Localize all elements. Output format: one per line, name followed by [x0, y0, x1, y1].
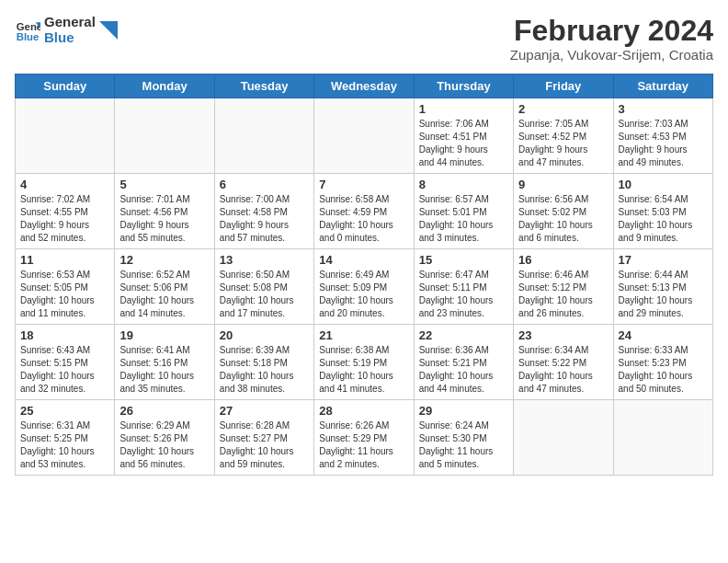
calendar-cell: 4Sunrise: 7:02 AMSunset: 4:55 PMDaylight… — [16, 174, 115, 249]
calendar-cell: 2Sunrise: 7:05 AMSunset: 4:52 PMDaylight… — [514, 98, 613, 174]
day-info: Sunrise: 6:24 AMSunset: 5:30 PMDaylight:… — [419, 419, 508, 471]
calendar-cell: 21Sunrise: 6:38 AMSunset: 5:19 PMDayligh… — [314, 325, 414, 400]
day-number: 16 — [518, 253, 608, 267]
day-info: Sunrise: 6:53 AMSunset: 5:05 PMDaylight:… — [20, 269, 109, 320]
calendar-week-row: 1Sunrise: 7:06 AMSunset: 4:51 PMDaylight… — [16, 98, 713, 174]
day-info: Sunrise: 6:34 AMSunset: 5:22 PMDaylight:… — [518, 344, 608, 396]
logo-blue: Blue — [44, 30, 96, 46]
calendar-cell: 10Sunrise: 6:54 AMSunset: 5:03 PMDayligh… — [613, 174, 712, 249]
day-number: 11 — [20, 253, 109, 267]
day-number: 6 — [220, 178, 309, 191]
day-number: 9 — [518, 178, 608, 191]
day-number: 12 — [119, 253, 209, 267]
day-number: 27 — [220, 404, 309, 418]
day-info: Sunrise: 6:29 AMSunset: 5:26 PMDaylight:… — [119, 419, 209, 471]
day-number: 17 — [619, 253, 708, 267]
calendar-week-row: 18Sunrise: 6:43 AMSunset: 5:15 PMDayligh… — [16, 325, 713, 400]
day-info: Sunrise: 7:06 AMSunset: 4:51 PMDaylight:… — [419, 118, 508, 169]
calendar-subtitle: Zupanja, Vukovar-Srijem, Croatia — [510, 47, 713, 63]
calendar-cell: 5Sunrise: 7:01 AMSunset: 4:56 PMDaylight… — [115, 174, 214, 249]
calendar-cell: 14Sunrise: 6:49 AMSunset: 5:09 PMDayligh… — [314, 249, 414, 325]
calendar-cell: 24Sunrise: 6:33 AMSunset: 5:23 PMDayligh… — [613, 325, 712, 400]
day-info: Sunrise: 6:46 AMSunset: 5:12 PMDaylight:… — [518, 269, 608, 320]
calendar-cell: 1Sunrise: 7:06 AMSunset: 4:51 PMDaylight… — [414, 98, 513, 174]
calendar-cell: 11Sunrise: 6:53 AMSunset: 5:05 PMDayligh… — [16, 249, 115, 325]
day-info: Sunrise: 6:41 AMSunset: 5:16 PMDaylight:… — [119, 344, 209, 396]
calendar-cell: 17Sunrise: 6:44 AMSunset: 5:13 PMDayligh… — [613, 249, 712, 325]
day-number: 18 — [20, 328, 109, 342]
calendar-cell — [613, 400, 712, 476]
day-number: 20 — [220, 328, 309, 342]
calendar-cell: 28Sunrise: 6:26 AMSunset: 5:29 PMDayligh… — [314, 400, 414, 476]
day-info: Sunrise: 6:58 AMSunset: 4:59 PMDaylight:… — [319, 193, 408, 245]
day-number: 15 — [419, 253, 508, 267]
day-info: Sunrise: 7:00 AMSunset: 4:58 PMDaylight:… — [220, 193, 309, 245]
day-info: Sunrise: 6:36 AMSunset: 5:21 PMDaylight:… — [419, 344, 508, 396]
calendar-table: SundayMondayTuesdayWednesdayThursdayFrid… — [15, 74, 713, 476]
calendar-cell: 20Sunrise: 6:39 AMSunset: 5:18 PMDayligh… — [214, 325, 313, 400]
calendar-cell: 12Sunrise: 6:52 AMSunset: 5:06 PMDayligh… — [115, 249, 214, 325]
calendar-cell: 23Sunrise: 6:34 AMSunset: 5:22 PMDayligh… — [514, 325, 613, 400]
day-number: 25 — [20, 404, 109, 418]
calendar-cell: 22Sunrise: 6:36 AMSunset: 5:21 PMDayligh… — [414, 325, 513, 400]
day-info: Sunrise: 6:38 AMSunset: 5:19 PMDaylight:… — [319, 344, 408, 396]
logo-arrow-icon — [99, 21, 118, 40]
weekday-header: Monday — [115, 75, 214, 98]
day-info: Sunrise: 6:50 AMSunset: 5:08 PMDaylight:… — [220, 269, 309, 320]
day-info: Sunrise: 6:39 AMSunset: 5:18 PMDaylight:… — [220, 344, 309, 396]
day-number: 23 — [518, 328, 608, 342]
calendar-cell: 15Sunrise: 6:47 AMSunset: 5:11 PMDayligh… — [414, 249, 513, 325]
day-number: 28 — [319, 404, 408, 418]
day-info: Sunrise: 7:02 AMSunset: 4:55 PMDaylight:… — [20, 193, 109, 245]
day-number: 21 — [319, 328, 408, 342]
day-info: Sunrise: 6:44 AMSunset: 5:13 PMDaylight:… — [619, 269, 708, 320]
day-number: 29 — [419, 404, 508, 418]
day-info: Sunrise: 6:49 AMSunset: 5:09 PMDaylight:… — [319, 269, 408, 320]
day-number: 8 — [419, 178, 508, 191]
day-number: 4 — [20, 178, 109, 191]
calendar-cell: 19Sunrise: 6:41 AMSunset: 5:16 PMDayligh… — [115, 325, 214, 400]
calendar-cell: 29Sunrise: 6:24 AMSunset: 5:30 PMDayligh… — [414, 400, 513, 476]
day-info: Sunrise: 6:43 AMSunset: 5:15 PMDaylight:… — [20, 344, 109, 396]
logo-general: General — [44, 15, 96, 30]
weekday-header: Friday — [514, 75, 613, 98]
day-info: Sunrise: 6:31 AMSunset: 5:25 PMDaylight:… — [20, 419, 109, 471]
day-info: Sunrise: 6:57 AMSunset: 5:01 PMDaylight:… — [419, 193, 508, 245]
calendar-title: February 2024 — [510, 15, 713, 47]
day-number: 22 — [419, 328, 508, 342]
calendar-cell — [214, 98, 313, 174]
logo-icon: General Blue — [15, 17, 40, 43]
svg-marker-3 — [99, 21, 118, 40]
svg-text:Blue: Blue — [17, 30, 40, 41]
day-info: Sunrise: 6:26 AMSunset: 5:29 PMDaylight:… — [319, 419, 408, 471]
day-info: Sunrise: 7:03 AMSunset: 4:53 PMDaylight:… — [619, 118, 708, 169]
calendar-cell: 13Sunrise: 6:50 AMSunset: 5:08 PMDayligh… — [214, 249, 313, 325]
day-number: 3 — [619, 102, 708, 116]
day-info: Sunrise: 6:56 AMSunset: 5:02 PMDaylight:… — [518, 193, 608, 245]
day-number: 24 — [619, 328, 708, 342]
day-info: Sunrise: 6:28 AMSunset: 5:27 PMDaylight:… — [220, 419, 309, 471]
calendar-cell: 25Sunrise: 6:31 AMSunset: 5:25 PMDayligh… — [16, 400, 115, 476]
calendar-cell — [16, 98, 115, 174]
day-info: Sunrise: 7:05 AMSunset: 4:52 PMDaylight:… — [518, 118, 608, 169]
calendar-cell: 18Sunrise: 6:43 AMSunset: 5:15 PMDayligh… — [16, 325, 115, 400]
day-number: 2 — [518, 102, 608, 116]
calendar-cell: 6Sunrise: 7:00 AMSunset: 4:58 PMDaylight… — [214, 174, 313, 249]
day-number: 7 — [319, 178, 408, 191]
calendar-cell: 26Sunrise: 6:29 AMSunset: 5:26 PMDayligh… — [115, 400, 214, 476]
calendar-cell — [514, 400, 613, 476]
weekday-header: Sunday — [16, 75, 115, 98]
calendar-cell: 8Sunrise: 6:57 AMSunset: 5:01 PMDaylight… — [414, 174, 513, 249]
weekday-header: Saturday — [613, 75, 712, 98]
title-block: February 2024 Zupanja, Vukovar-Srijem, C… — [510, 15, 713, 63]
day-info: Sunrise: 7:01 AMSunset: 4:56 PMDaylight:… — [119, 193, 209, 245]
day-info: Sunrise: 6:54 AMSunset: 5:03 PMDaylight:… — [619, 193, 708, 245]
calendar-cell — [314, 98, 414, 174]
weekday-header: Thursday — [414, 75, 513, 98]
day-info: Sunrise: 6:33 AMSunset: 5:23 PMDaylight:… — [619, 344, 708, 396]
day-number: 14 — [319, 253, 408, 267]
calendar-week-row: 25Sunrise: 6:31 AMSunset: 5:25 PMDayligh… — [16, 400, 713, 476]
calendar-cell: 3Sunrise: 7:03 AMSunset: 4:53 PMDaylight… — [613, 98, 712, 174]
calendar-cell: 16Sunrise: 6:46 AMSunset: 5:12 PMDayligh… — [514, 249, 613, 325]
calendar-cell: 7Sunrise: 6:58 AMSunset: 4:59 PMDaylight… — [314, 174, 414, 249]
